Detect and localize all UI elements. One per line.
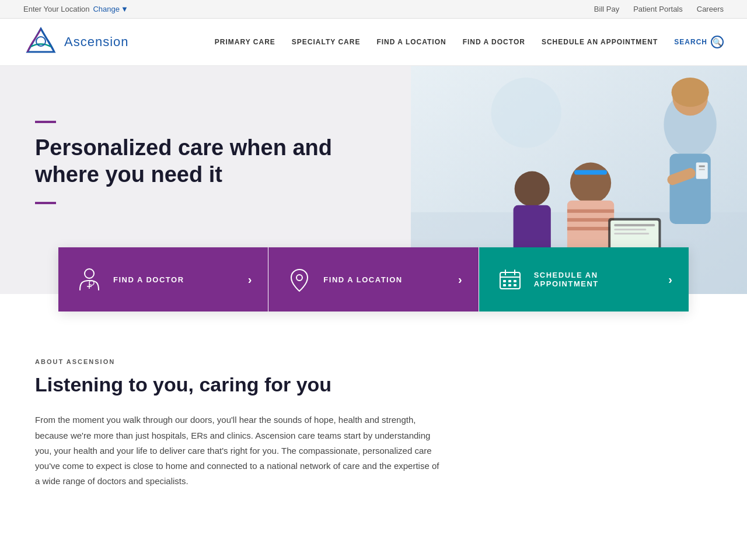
about-body-text: From the moment you walk through our doo… xyxy=(35,412,444,489)
svg-rect-24 xyxy=(614,233,649,235)
svg-rect-17 xyxy=(567,227,614,230)
svg-rect-23 xyxy=(614,229,646,230)
find-doctor-card[interactable]: FIND A DOCTOR › xyxy=(58,247,268,312)
about-section-label: ABOUT ASCENSION xyxy=(35,358,444,365)
hero-accent-bottom xyxy=(35,202,56,204)
svg-point-29 xyxy=(296,275,302,281)
svg-rect-34 xyxy=(503,280,506,282)
svg-rect-35 xyxy=(508,280,511,282)
svg-point-6 xyxy=(672,78,709,107)
nav-schedule-appointment[interactable]: SCHEDULE AN APPOINTMENT xyxy=(542,38,658,46)
hero-accent-top xyxy=(35,121,56,123)
svg-rect-37 xyxy=(503,284,506,286)
svg-rect-19 xyxy=(514,205,551,252)
svg-rect-36 xyxy=(514,280,516,282)
svg-rect-39 xyxy=(514,284,516,286)
nav-specialty-care[interactable]: SPECIALTY CARE xyxy=(292,38,361,46)
action-cards-wrapper: FIND A DOCTOR › FIND A LOCATION › xyxy=(0,247,747,312)
svg-point-12 xyxy=(570,163,611,204)
search-icon: 🔍 xyxy=(711,36,724,48)
svg-rect-16 xyxy=(567,218,614,222)
schedule-arrow: › xyxy=(668,273,672,286)
svg-rect-8 xyxy=(696,163,708,179)
careers-link[interactable]: Careers xyxy=(697,5,724,13)
calendar-icon xyxy=(495,265,525,294)
svg-rect-10 xyxy=(699,169,705,170)
search-button[interactable]: SEARCH 🔍 xyxy=(674,36,724,48)
action-cards: FIND A DOCTOR › FIND A LOCATION › xyxy=(58,247,689,312)
nav-find-doctor[interactable]: FIND A DOCTOR xyxy=(463,38,525,46)
location-icon xyxy=(285,265,314,294)
schedule-label: SCHEDULE AN APPOINTMENT xyxy=(534,271,659,288)
svg-rect-38 xyxy=(508,284,511,286)
location-label: Enter Your Location xyxy=(23,5,89,13)
top-nav-links: Bill Pay Patient Portals Careers xyxy=(594,5,724,13)
nav-primary-care[interactable]: PRIMARY CARE xyxy=(215,38,275,46)
search-label: SEARCH xyxy=(674,38,707,46)
svg-rect-22 xyxy=(614,224,655,226)
find-doctor-arrow: › xyxy=(248,273,252,286)
find-doctor-label: FIND A DOCTOR xyxy=(113,275,239,284)
svg-point-2 xyxy=(491,78,561,148)
chevron-down-icon: ▼ xyxy=(121,5,128,13)
svg-point-18 xyxy=(515,172,550,206)
logo-area[interactable]: Ascension xyxy=(23,24,129,60)
svg-rect-15 xyxy=(567,209,614,213)
top-bar: Enter Your Location Change ▼ Bill Pay Pa… xyxy=(0,0,747,19)
main-nav: PRIMARY CARE SPECIALTY CARE FIND A LOCAT… xyxy=(215,36,724,48)
nav-find-location[interactable]: FIND A LOCATION xyxy=(376,38,446,46)
about-section: ABOUT ASCENSION Listening to you, caring… xyxy=(0,312,479,524)
find-location-label: FIND A LOCATION xyxy=(323,275,449,284)
location-bar: Enter Your Location Change ▼ xyxy=(23,5,128,13)
svg-point-25 xyxy=(85,269,94,278)
find-location-arrow: › xyxy=(458,273,462,286)
doctor-icon xyxy=(75,265,104,294)
bill-pay-link[interactable]: Bill Pay xyxy=(594,5,619,13)
about-title: Listening to you, caring for you xyxy=(35,373,444,396)
main-header: Ascension PRIMARY CARE SPECIALTY CARE FI… xyxy=(0,19,747,66)
svg-rect-13 xyxy=(574,170,607,175)
find-location-card[interactable]: FIND A LOCATION › xyxy=(268,247,478,312)
patient-portals-link[interactable]: Patient Portals xyxy=(633,5,683,13)
schedule-appointment-card[interactable]: SCHEDULE AN APPOINTMENT › xyxy=(479,247,689,312)
hero-title: Personalized care when and where you nee… xyxy=(35,135,376,188)
logo-text: Ascension xyxy=(64,34,129,50)
ascension-logo-icon xyxy=(23,24,58,60)
svg-rect-9 xyxy=(699,166,705,167)
change-location-link[interactable]: Change ▼ xyxy=(93,5,128,13)
